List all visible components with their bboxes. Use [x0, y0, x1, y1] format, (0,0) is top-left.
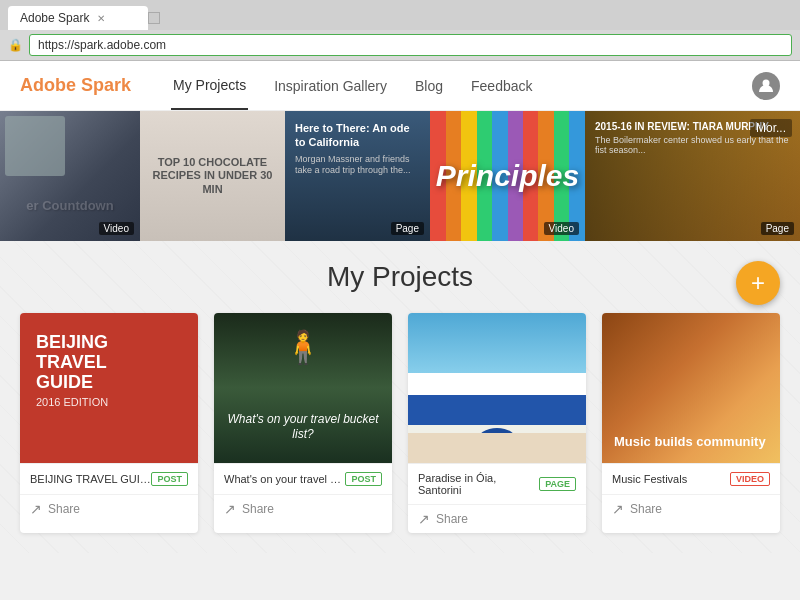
- address-bar: 🔒: [0, 30, 800, 60]
- projects-grid: BEIJINGTRAVELGUIDE 2016 EDITION BEIJING …: [20, 313, 780, 533]
- address-input[interactable]: [29, 34, 792, 56]
- banner-item-4: Principles Video: [430, 111, 585, 241]
- banner-more[interactable]: Mor...: [750, 119, 792, 137]
- banner-item-3-badge: Page: [391, 222, 424, 235]
- inspiration-banner: Mor... er Countdown Video TOP 10 CHOCOLA…: [0, 111, 800, 241]
- share-icon-4: ↗: [612, 501, 624, 517]
- share-row-4: ↗ Share: [602, 494, 780, 523]
- banner-item-4-title: Principles: [436, 159, 579, 193]
- project-badge-3: PAGE: [539, 477, 576, 491]
- tab-bar: Adobe Spark ✕: [0, 0, 800, 30]
- nav-my-projects[interactable]: My Projects: [171, 61, 248, 110]
- banner-item-1-badge: Video: [99, 222, 134, 235]
- nav-blog[interactable]: Blog: [413, 61, 445, 110]
- project-info-3: Paradise in Óia, Santorini PAGE: [408, 463, 586, 504]
- project-title-2: What's on your travel bucket list?: [224, 473, 345, 485]
- app-logo: Adobe Spark: [20, 75, 131, 96]
- browser-tab[interactable]: Adobe Spark ✕: [8, 6, 148, 30]
- project-thumb-1[interactable]: BEIJINGTRAVELGUIDE 2016 EDITION: [20, 313, 198, 463]
- main-content: My Projects + BEIJINGTRAVELGUIDE 2016 ED…: [0, 241, 800, 553]
- add-project-button[interactable]: +: [736, 261, 780, 305]
- tab-close-icon[interactable]: ✕: [97, 13, 105, 24]
- tab-title: Adobe Spark: [20, 11, 89, 25]
- banner-item-1: er Countdown Video: [0, 111, 140, 241]
- banner-item-3-title: Here to There: An ode to California: [295, 121, 420, 150]
- project-title-1: BEIJING TRAVEL GUIDE 2016 EDITION: [30, 473, 151, 485]
- new-tab-button[interactable]: [148, 12, 160, 24]
- project-card-2: 🧍 What's on your travel bucket list? Wha…: [214, 313, 392, 533]
- share-icon-2: ↗: [224, 501, 236, 517]
- banner-item-3-subtitle: Morgan Massner and friends take a road t…: [295, 154, 420, 177]
- banner-item-3: Here to There: An ode to California Morg…: [285, 111, 430, 241]
- project-badge-2: POST: [345, 472, 382, 486]
- user-avatar[interactable]: [752, 72, 780, 100]
- share-label-3[interactable]: Share: [436, 512, 468, 526]
- share-icon-3: ↗: [418, 511, 430, 527]
- banner-item-4-badge: Video: [544, 222, 579, 235]
- share-icon-1: ↗: [30, 501, 42, 517]
- share-label-2[interactable]: Share: [242, 502, 274, 516]
- banner-item-5-subtitle: The Boilermaker center showed us early t…: [595, 135, 790, 155]
- share-row-1: ↗ Share: [20, 494, 198, 523]
- nav-inspiration-gallery[interactable]: Inspiration Gallery: [272, 61, 389, 110]
- share-label-4[interactable]: Share: [630, 502, 662, 516]
- banner-item-2-title: TOP 10 CHOCOLATE RECIPES IN UNDER 30 MIN: [150, 156, 275, 196]
- project-card-1: BEIJINGTRAVELGUIDE 2016 EDITION BEIJING …: [20, 313, 198, 533]
- banner-item-2: TOP 10 CHOCOLATE RECIPES IN UNDER 30 MIN: [140, 111, 285, 241]
- project-card-4: Music builds community Music Festivals V…: [602, 313, 780, 533]
- section-title: My Projects: [20, 261, 780, 293]
- project-badge-4: VIDEO: [730, 472, 770, 486]
- lock-icon: 🔒: [8, 38, 23, 52]
- share-label-1[interactable]: Share: [48, 502, 80, 516]
- project-thumb-3[interactable]: [408, 313, 586, 463]
- browser-chrome: Adobe Spark ✕ 🔒: [0, 0, 800, 61]
- project-thumb-4[interactable]: Music builds community: [602, 313, 780, 463]
- nav-links: My Projects Inspiration Gallery Blog Fee…: [171, 61, 534, 110]
- project-badge-1: POST: [151, 472, 188, 486]
- share-row-3: ↗ Share: [408, 504, 586, 533]
- project-card-3: Paradise in Óia, Santorini PAGE ↗ Share: [408, 313, 586, 533]
- app: Adobe Spark My Projects Inspiration Gall…: [0, 61, 800, 553]
- banner-item-5-badge: Page: [761, 222, 794, 235]
- project-info-4: Music Festivals VIDEO: [602, 463, 780, 494]
- project-title-3: Paradise in Óia, Santorini: [418, 472, 539, 496]
- project-info-2: What's on your travel bucket list? POST: [214, 463, 392, 494]
- project-info-1: BEIJING TRAVEL GUIDE 2016 EDITION POST: [20, 463, 198, 494]
- navbar: Adobe Spark My Projects Inspiration Gall…: [0, 61, 800, 111]
- share-row-2: ↗ Share: [214, 494, 392, 523]
- nav-feedback[interactable]: Feedback: [469, 61, 534, 110]
- project-title-4: Music Festivals: [612, 473, 730, 485]
- project-thumb-2[interactable]: 🧍 What's on your travel bucket list?: [214, 313, 392, 463]
